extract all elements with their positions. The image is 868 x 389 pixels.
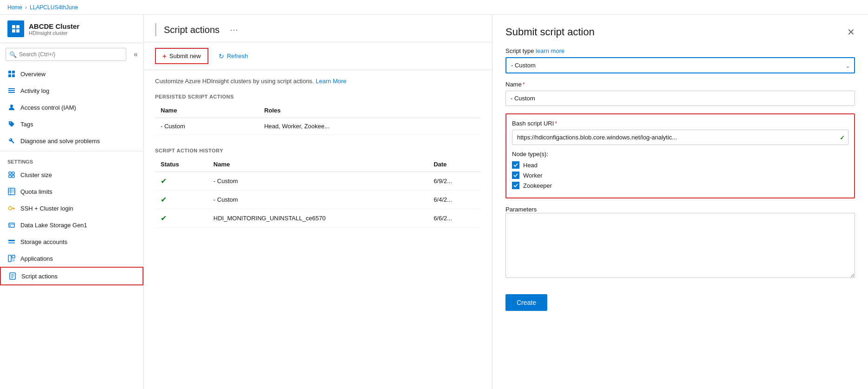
worker-label: Worker <box>523 172 543 179</box>
sidebar-item-label: Diagnose and solve problems <box>20 138 100 145</box>
zookeeper-checkbox[interactable] <box>512 182 519 189</box>
breadcrumb-home[interactable]: Home <box>7 4 22 11</box>
sidebar-header: ABCDE Cluster HDInsight cluster <box>0 15 143 43</box>
collapse-button[interactable]: « <box>132 48 140 60</box>
sidebar-item-label: Access control (IAM) <box>20 104 76 111</box>
svg-rect-1 <box>16 25 19 28</box>
sidebar-item-overview[interactable]: Overview <box>0 66 143 82</box>
cell-name: - Custom <box>208 172 428 191</box>
node-types-label: Node type(s): <box>512 151 849 158</box>
content-header: Script actions ⋯ <box>144 15 492 42</box>
sidebar-item-label: Overview <box>20 71 45 78</box>
sidebar-item-label: SSH + Cluster login <box>20 205 73 212</box>
person-icon <box>7 103 16 112</box>
name-input[interactable] <box>505 91 855 106</box>
svg-point-21 <box>9 207 12 210</box>
head-checkbox-row: Head <box>512 161 849 169</box>
close-button[interactable]: ✕ <box>847 26 855 38</box>
table-icon <box>7 187 16 196</box>
sidebar: ABCDE Cluster HDInsight cluster 🔍 « Over… <box>0 15 144 389</box>
content-area: Script actions ⋯ + Submit new ↻ Refresh … <box>144 15 492 389</box>
cell-date: 6/6/2... <box>428 209 481 228</box>
tag-icon <box>7 120 16 128</box>
sidebar-item-label: Quota limits <box>20 188 52 195</box>
panel-header: Submit script action ✕ <box>505 26 855 38</box>
history-section: SCRIPT ACTION HISTORY Status Name Date ✔… <box>155 148 481 228</box>
plus-icon: + <box>162 52 167 60</box>
svg-point-12 <box>10 122 11 123</box>
head-checkbox[interactable] <box>512 161 519 169</box>
svg-rect-5 <box>12 71 15 73</box>
zookeeper-label: Zookeeper <box>523 182 552 189</box>
svg-rect-10 <box>8 92 15 93</box>
script-type-select[interactable]: - Custom Bash PowerShell <box>505 57 855 73</box>
svg-rect-3 <box>16 29 19 33</box>
worker-checkbox[interactable] <box>512 171 519 179</box>
learn-more-panel-link[interactable]: learn more <box>536 47 564 54</box>
sidebar-item-label: Cluster size <box>20 171 52 178</box>
key-icon <box>7 204 16 212</box>
svg-rect-9 <box>8 90 15 91</box>
create-button[interactable]: Create <box>505 294 547 311</box>
history-table: Status Name Date ✔ - Custom 6/9/2... ✔ <box>155 157 481 228</box>
cell-date: 6/9/2... <box>428 172 481 191</box>
svg-rect-14 <box>12 172 14 174</box>
svg-rect-8 <box>8 88 15 89</box>
storage-icon <box>7 221 16 229</box>
sidebar-item-diagnose[interactable]: Diagnose and solve problems <box>0 132 143 149</box>
persisted-table: Name Roles - Custom Head, Worker, Zookee… <box>155 103 481 135</box>
parameters-input[interactable] <box>505 213 855 278</box>
sidebar-item-applications[interactable]: Applications <box>0 250 143 267</box>
svg-point-11 <box>10 105 13 107</box>
storage2-icon <box>7 237 16 246</box>
svg-rect-2 <box>12 29 15 33</box>
sidebar-item-quota-limits[interactable]: Quota limits <box>0 183 143 200</box>
page-title: Script actions <box>164 25 220 35</box>
sidebar-item-storage-accounts[interactable]: Storage accounts <box>0 233 143 250</box>
sidebar-item-access-control[interactable]: Access control (IAM) <box>0 99 143 116</box>
sidebar-item-label: Tags <box>20 121 33 128</box>
cell-roles: Head, Worker, Zookee... <box>259 118 481 135</box>
cell-name: - Custom <box>155 118 259 135</box>
breadcrumb-cluster[interactable]: LLAPCLUS4thJune <box>30 4 78 11</box>
svg-rect-31 <box>12 255 15 258</box>
svg-rect-4 <box>8 71 11 73</box>
refresh-button[interactable]: ↻ Refresh <box>212 49 255 63</box>
panel-title: Submit script action <box>505 26 595 38</box>
cell-name: HDI_MONITORING_UNINSTALL_ce6570 <box>208 209 428 228</box>
svg-rect-30 <box>8 255 11 262</box>
breadcrumb: Home › LLAPCLUS4thJune <box>0 0 868 15</box>
svg-rect-16 <box>12 175 14 178</box>
learn-more-link[interactable]: Learn More <box>316 78 346 85</box>
name-group: Name* <box>505 81 855 106</box>
settings-section-label: Settings <box>0 153 143 166</box>
search-input[interactable] <box>6 48 126 61</box>
sidebar-item-cluster-size[interactable]: Cluster size <box>0 166 143 183</box>
bash-uri-input[interactable] <box>512 130 849 145</box>
refresh-icon: ↻ <box>219 53 224 60</box>
persisted-section: PERSISTED SCRIPT ACTIONS Name Roles - Cu… <box>155 94 481 135</box>
more-options-button[interactable]: ⋯ <box>227 24 241 36</box>
sidebar-item-ssh-login[interactable]: SSH + Cluster login <box>0 200 143 217</box>
svg-rect-17 <box>8 188 15 195</box>
submit-new-button[interactable]: + Submit new <box>155 48 208 64</box>
zookeeper-checkbox-row: Zookeeper <box>512 182 849 189</box>
sidebar-item-activity-log[interactable]: Activity log <box>0 82 143 99</box>
right-panel: Submit script action ✕ Script type learn… <box>492 15 868 389</box>
head-label: Head <box>523 162 538 169</box>
sidebar-item-label: Activity log <box>20 87 49 94</box>
check-icon: ✓ <box>840 134 845 141</box>
list-icon <box>7 86 16 95</box>
sidebar-item-label: Script actions <box>21 273 58 280</box>
validation-box: Bash script URI* ✓ Node type(s): Head <box>505 113 855 198</box>
table-row: ✔ - Custom 6/9/2... <box>155 172 481 191</box>
svg-rect-32 <box>12 259 15 262</box>
table-row: ✔ - Custom 6/4/2... <box>155 191 481 209</box>
table-row: ✔ HDI_MONITORING_UNINSTALL_ce6570 6/6/2.… <box>155 209 481 228</box>
sidebar-item-tags[interactable]: Tags <box>0 116 143 132</box>
sidebar-item-data-lake[interactable]: Data Lake Storage Gen1 <box>0 217 143 233</box>
sidebar-item-script-actions[interactable]: Script actions <box>0 267 143 285</box>
table-row: - Custom Head, Worker, Zookee... <box>155 118 481 135</box>
cluster-type: HDInsight cluster <box>29 30 79 36</box>
parameters-label: Parameters <box>505 206 537 213</box>
